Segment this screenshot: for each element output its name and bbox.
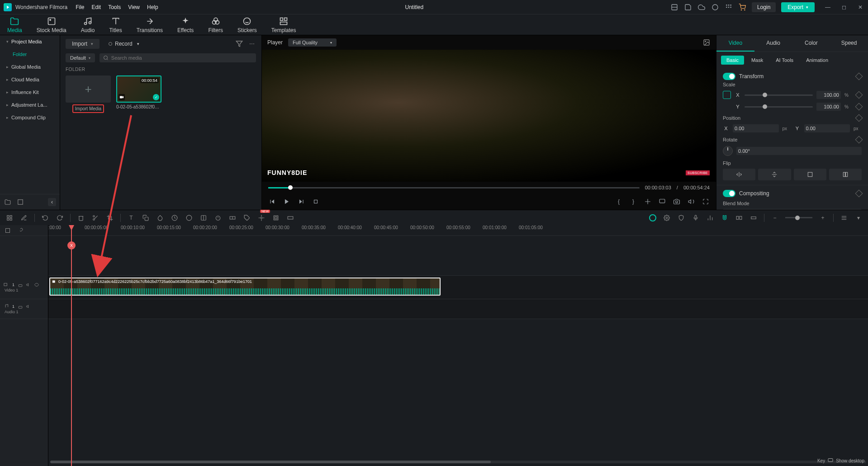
color-match-icon[interactable] [156, 214, 164, 222]
search-box[interactable] [100, 53, 256, 62]
sort-dropdown[interactable]: Default [66, 53, 95, 62]
scale-x-input[interactable] [816, 91, 841, 99]
scale-x-slider[interactable] [745, 94, 813, 96]
eye-icon[interactable] [34, 282, 39, 287]
keyframe-icon[interactable] [855, 136, 863, 144]
quality-dropdown[interactable]: Full Quality [288, 38, 337, 47]
render-icon[interactable] [286, 214, 294, 222]
import-dropdown[interactable]: Import [66, 39, 100, 49]
new-bin-icon[interactable] [16, 198, 24, 206]
zoom-out-icon[interactable]: − [771, 214, 779, 222]
timer-icon[interactable] [214, 214, 222, 222]
redo-icon[interactable] [56, 214, 64, 222]
subtab-animation[interactable]: Animation [801, 56, 834, 65]
timeline-ruler[interactable]: :00:0000:00:05:0000:00:10:0000:00:15:000… [48, 225, 868, 236]
sidebar-adjustment-layer[interactable]: ▸Adjustment La... [0, 99, 60, 111]
display-icon[interactable] [658, 198, 666, 206]
flip-horizontal-icon[interactable] [723, 169, 755, 180]
flip-vertical-icon[interactable] [758, 169, 791, 180]
minimize-icon[interactable]: — [824, 3, 832, 11]
mark-out-icon[interactable]: } [629, 198, 637, 206]
tab-media[interactable]: Media [5, 15, 25, 34]
pos-x-input[interactable] [733, 124, 779, 132]
import-media-card[interactable]: + Import Media [66, 75, 111, 113]
ripple-icon[interactable] [749, 214, 758, 222]
timeline-marker[interactable]: X [67, 241, 76, 249]
sidebar-folder[interactable]: Folder [0, 48, 60, 61]
keyframe-tool-icon[interactable] [199, 214, 208, 222]
timeline-scrollbar[interactable] [50, 461, 866, 463]
video-track-lane[interactable]: 0-02-05-a538602f077162a9c4d2226225b25c7c… [48, 276, 868, 299]
magnet-icon[interactable] [721, 214, 729, 222]
lock-icon[interactable] [18, 304, 23, 309]
group-icon[interactable] [272, 214, 280, 222]
menu-edit[interactable]: Edit [92, 4, 101, 10]
show-desktop[interactable]: Key Show desktop [817, 458, 864, 463]
playhead[interactable] [71, 225, 72, 466]
stop-icon[interactable] [312, 198, 320, 206]
settings-icon[interactable] [663, 214, 671, 222]
link-icon[interactable] [16, 226, 24, 235]
edit-tool-icon[interactable] [20, 214, 28, 222]
volume-icon[interactable] [687, 198, 695, 206]
zoom-in-icon[interactable]: + [819, 214, 827, 222]
sidebar-cloud-media[interactable]: ▸Cloud Media [0, 73, 60, 86]
timeline-main[interactable]: :00:0000:00:05:0000:00:10:0000:00:15:000… [48, 225, 868, 466]
blend-mode-dropdown[interactable]: Normal [723, 209, 862, 210]
lock-icon[interactable] [18, 282, 23, 287]
fullscreen-icon[interactable] [702, 198, 710, 206]
tab-video[interactable]: Video [716, 35, 754, 52]
mic-icon[interactable] [692, 214, 700, 222]
login-button[interactable]: Login [752, 2, 776, 12]
mixer-icon[interactable] [706, 214, 714, 222]
next-frame-icon[interactable] [297, 198, 305, 206]
detach-audio-icon[interactable] [228, 214, 237, 222]
speed-icon[interactable] [171, 214, 179, 222]
list-view-icon[interactable] [840, 214, 848, 222]
flip-reset-icon[interactable] [829, 169, 862, 180]
select-tool-icon[interactable] [5, 214, 14, 222]
media-clip[interactable]: 00:00:54 ✓ 0-02-05-a538602f0771... [116, 75, 161, 113]
tab-speed[interactable]: Speed [830, 35, 868, 52]
keyframe-icon[interactable] [855, 114, 863, 122]
marker-icon[interactable] [644, 198, 652, 206]
tab-color[interactable]: Color [792, 35, 830, 52]
sidebar-compound-clip[interactable]: ▸Compound Clip [0, 111, 60, 124]
mute-icon[interactable] [26, 304, 31, 309]
track-options-icon[interactable]: ▾ [854, 214, 863, 222]
rotate-dial[interactable] [723, 146, 733, 156]
text-tool-icon[interactable]: T [127, 214, 135, 222]
sidebar-global-media[interactable]: ▸Global Media [0, 61, 60, 73]
tracks-icon[interactable] [4, 226, 12, 235]
tab-transitions[interactable]: Transitions [134, 15, 166, 34]
snapshot-icon[interactable] [702, 38, 711, 47]
close-icon[interactable]: ✕ [856, 3, 864, 11]
menu-tools[interactable]: Tools [108, 4, 121, 10]
audio-track-header[interactable]: 1 Audio 1 [0, 299, 48, 319]
export-button[interactable]: Export [781, 2, 815, 12]
seek-track[interactable] [268, 187, 640, 188]
copy-icon[interactable] [142, 214, 150, 222]
record-button[interactable]: Record▾ [104, 39, 144, 49]
maximize-icon[interactable]: ◻ [840, 3, 848, 11]
marker-add-icon[interactable] [677, 214, 685, 222]
search-input[interactable] [111, 55, 252, 61]
play-icon[interactable] [283, 198, 291, 206]
tab-stock-media[interactable]: Stock Media [34, 15, 69, 34]
tab-templates[interactable]: Templates [269, 15, 299, 34]
pos-y-input[interactable] [804, 124, 850, 132]
tab-audio[interactable]: Audio [78, 15, 98, 34]
scale-y-slider[interactable] [745, 106, 813, 108]
menu-help[interactable]: Help [147, 4, 158, 10]
keyframe-icon[interactable] [855, 91, 863, 99]
save-icon[interactable] [684, 3, 692, 11]
render-status-icon[interactable] [649, 214, 656, 221]
layout-icon[interactable] [670, 3, 678, 11]
cart-icon[interactable] [738, 3, 746, 11]
subtab-mask[interactable]: Mask [746, 56, 768, 65]
tab-titles[interactable]: Titles [106, 15, 124, 34]
subtab-basic[interactable]: Basic [721, 56, 744, 65]
sidebar-project-media[interactable]: ▾Project Media [0, 35, 60, 48]
ai-tool-icon[interactable] [257, 214, 266, 222]
filter-icon[interactable] [235, 40, 243, 48]
